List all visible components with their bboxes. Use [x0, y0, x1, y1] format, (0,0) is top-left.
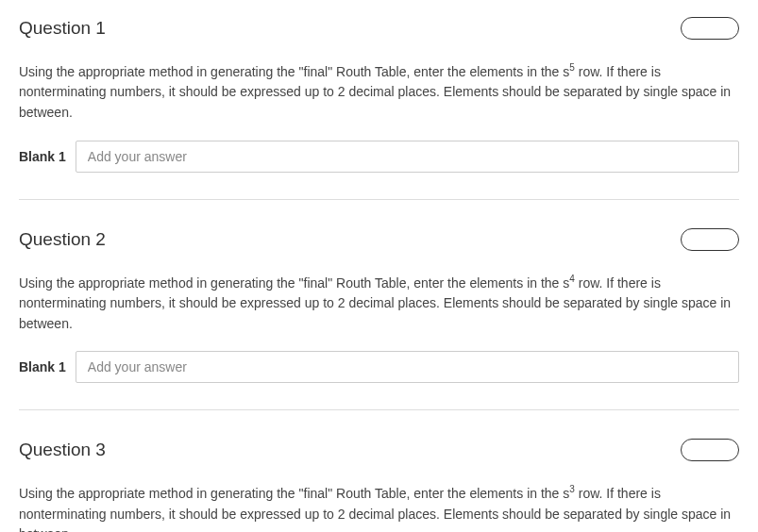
- answer-input[interactable]: [76, 351, 739, 383]
- answer-input[interactable]: [76, 141, 739, 173]
- question-block-3: Question 3 Using the appropriate method …: [19, 439, 739, 532]
- question-title: Question 1: [19, 18, 106, 39]
- question-text: Using the appropriate method in generati…: [19, 272, 739, 335]
- divider: [19, 409, 739, 410]
- points-badge: [681, 439, 739, 461]
- answer-row: Blank 1: [19, 141, 739, 173]
- question-text: Using the appropriate method in generati…: [19, 482, 739, 532]
- question-block-2: Question 2 Using the appropriate method …: [19, 228, 739, 410]
- question-header: Question 3: [19, 439, 739, 461]
- divider: [19, 199, 739, 200]
- blank-label: Blank 1: [19, 141, 76, 173]
- question-title: Question 3: [19, 440, 106, 460]
- blank-label: Blank 1: [19, 351, 76, 383]
- question-text-pre: Using the appropriate method in generati…: [19, 274, 569, 290]
- question-text-pre: Using the appropriate method in generati…: [19, 486, 569, 501]
- points-badge: [681, 228, 739, 251]
- question-text: Using the appropriate method in generati…: [19, 60, 739, 124]
- question-block-1: Question 1 Using the appropriate method …: [19, 17, 739, 199]
- question-title: Question 2: [19, 229, 106, 250]
- points-badge: [681, 17, 739, 40]
- question-header: Question 2: [19, 228, 739, 251]
- question-text-pre: Using the appropriate method in generati…: [19, 64, 569, 79]
- question-header: Question 1: [19, 17, 739, 40]
- answer-row: Blank 1: [19, 351, 739, 383]
